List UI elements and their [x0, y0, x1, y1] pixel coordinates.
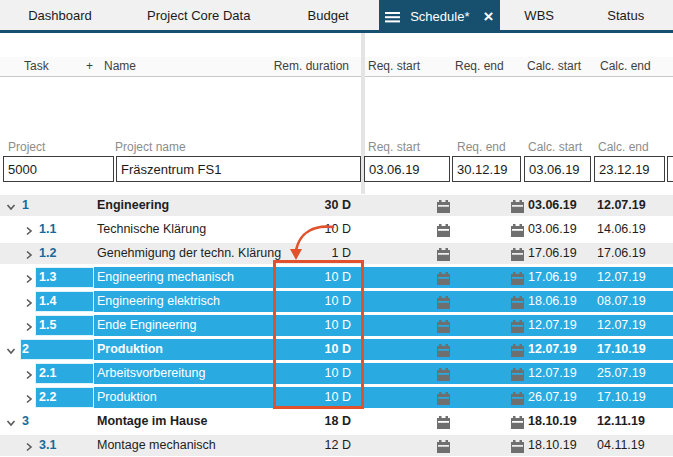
- calc-start-cell[interactable]: 03.06.19: [528, 195, 577, 216]
- column-header-req-start[interactable]: Req. start: [368, 57, 420, 76]
- calendar-icon[interactable]: [437, 295, 450, 308]
- chevron-right-icon[interactable]: [23, 367, 35, 379]
- task-row-1.3[interactable]: 1.3Engineering mechanisch10 D17.06.1912.…: [0, 267, 673, 288]
- calc-end-cell[interactable]: 08.07.19: [597, 291, 646, 312]
- task-name-cell[interactable]: Engineering elektrisch: [97, 291, 220, 312]
- task-number-cell[interactable]: 3.1: [39, 435, 56, 456]
- rem-duration-cell[interactable]: 10 D: [260, 339, 351, 360]
- task-number-cell[interactable]: 2: [22, 339, 29, 360]
- task-name-cell[interactable]: Montage mechanisch: [97, 435, 216, 456]
- calendar-icon[interactable]: [511, 415, 524, 428]
- calendar-icon[interactable]: [511, 199, 524, 212]
- task-number-cell[interactable]: 2.1: [39, 363, 56, 384]
- task-name-cell[interactable]: Engineering mechanisch: [97, 267, 234, 288]
- task-number-cell[interactable]: 1.5: [39, 315, 56, 336]
- calendar-icon[interactable]: [511, 271, 524, 284]
- chevron-down-icon[interactable]: [5, 415, 17, 427]
- calc-start-cell[interactable]: 17.06.19: [528, 243, 577, 264]
- task-row-1[interactable]: 1Engineering30 D03.06.1912.07.19: [0, 195, 673, 216]
- tab-budget[interactable]: Budget: [277, 0, 378, 30]
- chevron-right-icon[interactable]: [23, 271, 35, 283]
- task-name-cell[interactable]: Engineering: [97, 195, 169, 216]
- calc-start-cell[interactable]: 18.10.19: [528, 411, 577, 432]
- calc-start-cell[interactable]: 26.07.19: [528, 387, 577, 408]
- calendar-icon[interactable]: [437, 319, 450, 332]
- calendar-icon[interactable]: [511, 439, 524, 452]
- task-row-2[interactable]: 2Produktion10 D12.07.1917.10.19: [0, 339, 673, 360]
- chevron-right-icon[interactable]: [23, 223, 35, 235]
- task-number-cell[interactable]: 3: [22, 411, 29, 432]
- calc-start-cell[interactable]: 03.06.19: [528, 219, 577, 240]
- calendar-icon[interactable]: [437, 247, 450, 260]
- rem-duration-cell[interactable]: 10 D: [260, 315, 351, 336]
- task-name-cell[interactable]: Montage im Hause: [97, 411, 207, 432]
- calc-end-cell[interactable]: 12.07.19: [597, 315, 646, 336]
- project-id-field[interactable]: [3, 156, 114, 182]
- calendar-icon[interactable]: [511, 367, 524, 380]
- column-header-task[interactable]: Task: [24, 57, 49, 76]
- calc-end-cell[interactable]: 17.06.19: [597, 243, 646, 264]
- project-req-start-field[interactable]: [364, 156, 450, 182]
- calendar-icon[interactable]: [437, 367, 450, 380]
- task-row-2.2[interactable]: 2.2Produktion10 D26.07.1917.10.19: [0, 387, 673, 408]
- task-row-3.1[interactable]: 3.1Montage mechanisch12 D18.10.1904.11.1…: [0, 435, 673, 456]
- task-row-1.4[interactable]: 1.4Engineering elektrisch10 D18.06.1908.…: [0, 291, 673, 312]
- column-header-calc-end[interactable]: Calc. end: [600, 57, 651, 76]
- project-name-field[interactable]: [116, 156, 361, 182]
- calc-start-cell[interactable]: 17.06.19: [528, 267, 577, 288]
- calendar-icon[interactable]: [437, 199, 450, 212]
- task-name-cell[interactable]: Technische Klärung: [97, 219, 206, 240]
- calendar-icon[interactable]: [511, 295, 524, 308]
- tab-wbs[interactable]: WBS: [500, 0, 579, 30]
- tab-project-core-data[interactable]: Project Core Data: [120, 0, 277, 30]
- task-number-cell[interactable]: 1.1: [39, 219, 56, 240]
- calc-end-cell[interactable]: 17.10.19: [597, 387, 646, 408]
- task-name-cell[interactable]: Genehmigung der techn. Klärung: [97, 243, 281, 264]
- rem-duration-cell[interactable]: 10 D: [260, 363, 351, 384]
- calc-end-cell[interactable]: 04.11.19: [597, 435, 645, 456]
- calendar-icon[interactable]: [511, 391, 524, 404]
- hamburger-menu-icon[interactable]: [385, 11, 400, 23]
- calendar-icon[interactable]: [437, 223, 450, 236]
- task-number-cell[interactable]: 1.2: [39, 243, 56, 264]
- task-number-cell[interactable]: 1: [22, 195, 29, 216]
- column-header-req-end[interactable]: Req. end: [455, 57, 504, 76]
- calc-end-cell[interactable]: 14.06.19: [597, 219, 646, 240]
- project-calc-end-field[interactable]: [594, 156, 665, 182]
- tab-status[interactable]: Status: [579, 0, 673, 30]
- calc-start-cell[interactable]: 12.07.19: [528, 363, 577, 384]
- task-row-2.1[interactable]: 2.1Arbeitsvorbereitung10 D12.07.1925.07.…: [0, 363, 673, 384]
- add-icon[interactable]: +: [86, 57, 93, 76]
- tab-dashboard[interactable]: Dashboard: [0, 0, 120, 30]
- calendar-icon[interactable]: [511, 343, 524, 356]
- rem-duration-cell[interactable]: 18 D: [260, 411, 351, 432]
- calc-start-cell[interactable]: 12.07.19: [528, 339, 577, 360]
- calendar-icon[interactable]: [437, 415, 450, 428]
- column-header-name[interactable]: Name: [104, 57, 136, 76]
- chevron-down-icon[interactable]: [5, 199, 17, 211]
- tab-schedule[interactable]: Schedule*×: [379, 0, 500, 33]
- project-calc-start-field[interactable]: [524, 156, 591, 182]
- calendar-icon[interactable]: [511, 223, 524, 236]
- rem-duration-cell[interactable]: 30 D: [260, 195, 351, 216]
- calc-start-cell[interactable]: 18.10.19: [528, 435, 577, 456]
- calc-end-cell[interactable]: 12.07.19: [597, 195, 646, 216]
- task-name-cell[interactable]: Produktion: [97, 387, 157, 408]
- column-header-rem-duration[interactable]: Rem. duration: [200, 57, 349, 76]
- task-number-cell[interactable]: 2.2: [39, 387, 56, 408]
- project-extra-field[interactable]: [667, 156, 673, 182]
- task-name-cell[interactable]: Produktion: [97, 339, 163, 360]
- task-name-cell[interactable]: Ende Engineering: [97, 315, 196, 336]
- rem-duration-cell[interactable]: 12 D: [260, 435, 351, 456]
- calc-end-cell[interactable]: 17.10.19: [597, 339, 646, 360]
- calendar-icon[interactable]: [511, 247, 524, 260]
- chevron-right-icon[interactable]: [23, 391, 35, 403]
- chevron-right-icon[interactable]: [23, 295, 35, 307]
- rem-duration-cell[interactable]: 10 D: [260, 387, 351, 408]
- chevron-right-icon[interactable]: [23, 247, 35, 259]
- task-name-cell[interactable]: Arbeitsvorbereitung: [97, 363, 205, 384]
- calendar-icon[interactable]: [511, 319, 524, 332]
- calc-start-cell[interactable]: 18.06.19: [528, 291, 577, 312]
- calc-start-cell[interactable]: 12.07.19: [528, 315, 577, 336]
- calendar-icon[interactable]: [437, 439, 450, 452]
